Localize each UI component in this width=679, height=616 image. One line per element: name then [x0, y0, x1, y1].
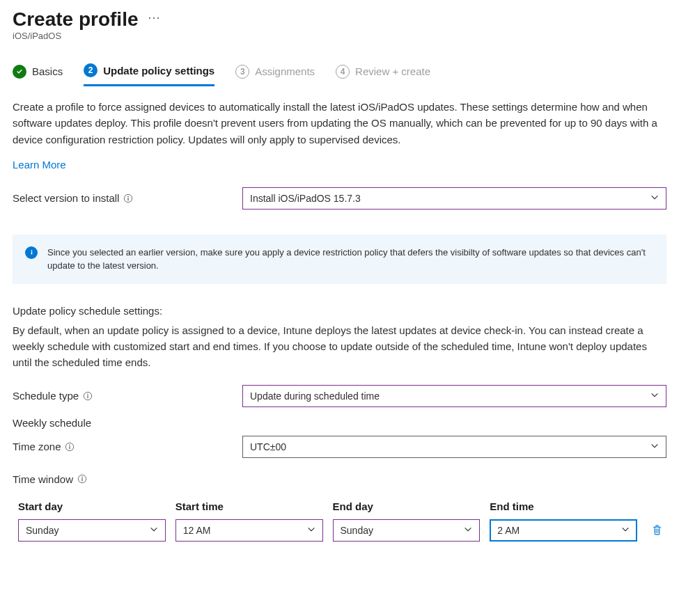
page-title: Create profile: [13, 8, 139, 31]
step-number-icon: 2: [84, 63, 97, 77]
select-version-label: Select version to install: [13, 192, 242, 204]
checkmark-icon: [13, 65, 26, 79]
step-label: Assignments: [255, 65, 315, 77]
start-day-value: Sunday: [26, 525, 58, 536]
info-banner: Since you selected an earlier version, m…: [13, 235, 666, 284]
svg-rect-4: [31, 252, 32, 255]
step-label: Update policy settings: [103, 65, 214, 77]
step-label: Basics: [32, 65, 63, 77]
step-number-icon: 4: [336, 65, 350, 79]
end-day-value: Sunday: [341, 525, 373, 536]
svg-rect-13: [81, 478, 82, 481]
select-version-dropdown[interactable]: Install iOS/iPadOS 15.7.3: [242, 187, 666, 210]
end-time-dropdown[interactable]: 2 AM: [490, 519, 637, 542]
info-icon[interactable]: [83, 391, 93, 401]
wizard-steps: Basics 2 Update policy settings 3 Assign…: [13, 59, 666, 86]
svg-rect-10: [70, 445, 70, 448]
weekly-schedule-heading: Weekly schedule: [13, 417, 666, 429]
info-icon[interactable]: [77, 474, 87, 484]
page-subtitle: iOS/iPadOS: [13, 31, 666, 41]
time-window-label: Time window: [13, 473, 666, 485]
start-day-dropdown[interactable]: Sunday: [18, 519, 166, 542]
col-start-day: Start day: [18, 500, 166, 512]
schedule-type-label: Schedule type: [13, 390, 242, 402]
more-actions-icon[interactable]: ···: [148, 10, 161, 29]
svg-point-12: [81, 477, 83, 478]
schedule-type-dropdown[interactable]: Update during scheduled time: [242, 385, 666, 407]
time-zone-dropdown[interactable]: UTC±00: [242, 436, 666, 458]
time-zone-label: Time zone: [13, 441, 242, 452]
col-start-time: Start time: [175, 500, 323, 512]
step-assignments[interactable]: 3 Assignments: [235, 61, 315, 86]
info-filled-icon: [25, 246, 38, 259]
info-icon[interactable]: [123, 194, 133, 203]
step-update-policy-settings[interactable]: 2 Update policy settings: [84, 59, 214, 86]
start-time-dropdown[interactable]: 12 AM: [175, 519, 323, 542]
schedule-settings-body: By default, when an update policy is ass…: [13, 322, 666, 371]
info-banner-text: Since you selected an earlier version, m…: [47, 246, 654, 273]
col-end-day: End day: [333, 500, 481, 512]
select-version-value: Install iOS/iPadOS 15.7.3: [250, 193, 361, 204]
end-time-value: 2 AM: [497, 525, 520, 536]
step-label: Review + create: [355, 65, 430, 77]
step-review-create[interactable]: 4 Review + create: [336, 61, 430, 86]
svg-point-3: [31, 250, 32, 251]
intro-text: Create a profile to force assigned devic…: [13, 99, 666, 148]
schedule-type-value: Update during scheduled time: [250, 390, 380, 402]
info-icon[interactable]: [65, 442, 75, 452]
delete-row-button[interactable]: [647, 524, 666, 536]
svg-rect-7: [87, 395, 88, 397]
start-time-value: 12 AM: [183, 525, 211, 536]
time-window-header: Start day Start time End day End time: [13, 500, 666, 512]
time-window-row: Sunday 12 AM Sunday 2 AM: [13, 519, 666, 542]
trash-icon: [651, 524, 663, 536]
svg-point-6: [87, 393, 88, 395]
end-day-dropdown[interactable]: Sunday: [333, 519, 481, 542]
step-number-icon: 3: [235, 65, 249, 79]
time-zone-value: UTC±00: [250, 441, 286, 452]
svg-rect-2: [128, 198, 129, 200]
schedule-settings-heading: Update policy schedule settings:: [13, 305, 666, 317]
col-end-time: End time: [490, 500, 637, 512]
learn-more-link[interactable]: Learn More: [13, 159, 66, 171]
step-basics[interactable]: Basics: [13, 61, 63, 86]
svg-point-9: [70, 444, 71, 445]
svg-point-1: [128, 196, 130, 197]
